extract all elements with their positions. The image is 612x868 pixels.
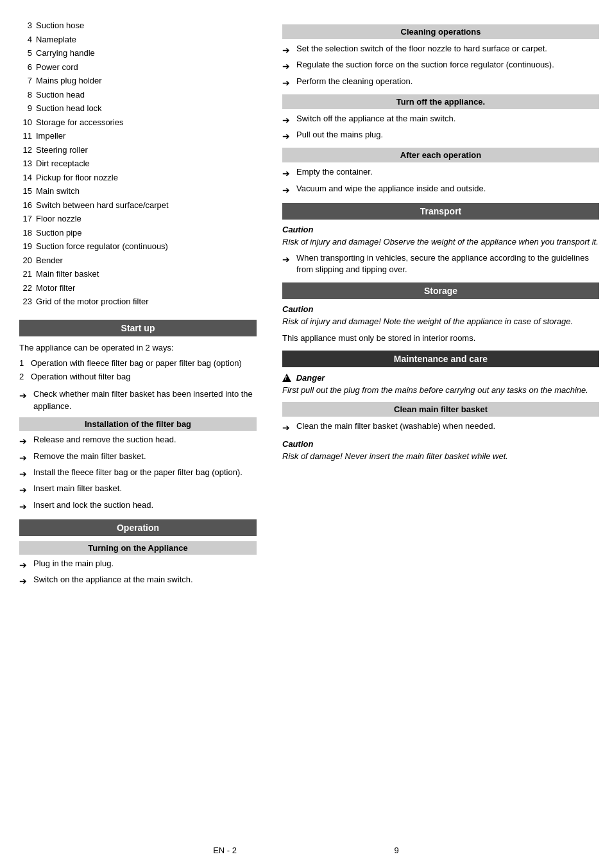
- item-text: Impeller: [36, 130, 65, 143]
- item-text: Dirt receptacle: [36, 157, 90, 170]
- arrow-icon: ➔: [19, 388, 33, 413]
- arrow-icon: ➔: [19, 558, 33, 571]
- item-number: 6: [19, 61, 36, 74]
- list-item: 1Operation with fleece filter bag or pap…: [19, 358, 257, 370]
- filter-bag-list: ➔Release and remove the suction head.➔Re…: [19, 434, 257, 512]
- arrow-icon: ➔: [282, 76, 296, 89]
- item-number: 17: [19, 213, 36, 225]
- item-text: Check whether main filter basket has bee…: [33, 388, 257, 413]
- item-number: 9: [19, 102, 36, 115]
- item-text: Pickup for floor nozzle: [36, 171, 118, 184]
- item-text: Set the selection switch of the floor no…: [296, 43, 547, 56]
- arrow-icon: ➔: [282, 166, 296, 180]
- list-item: 6Power cord: [19, 61, 257, 74]
- list-item: 16Switch between hard surface/carpet: [19, 199, 257, 212]
- item-number: 14: [19, 171, 36, 184]
- storage-para: This appliance must only be stored in in…: [282, 332, 599, 345]
- list-item: 22Motor filter: [19, 282, 257, 295]
- list-item: 12Steering roller: [19, 144, 257, 157]
- arrow-icon: ➔: [282, 43, 296, 56]
- op-text: Operation without filter bag: [31, 371, 130, 383]
- storage-header: Storage: [282, 282, 599, 299]
- item-text: Switch between hard surface/carpet: [36, 199, 169, 212]
- startup-op-list: 1Operation with fleece filter bag or pap…: [19, 358, 257, 383]
- list-item: 13Dirt receptacle: [19, 157, 257, 170]
- arrow-icon: ➔: [282, 252, 296, 277]
- item-number: 19: [19, 240, 36, 253]
- footer-text: EN - 2: [213, 846, 237, 855]
- list-item: 15Main switch: [19, 185, 257, 198]
- arrow-icon: ➔: [282, 183, 296, 196]
- arrow-icon: ➔: [19, 499, 33, 513]
- list-item: ➔Regulate the suction force on the sucti…: [282, 59, 599, 73]
- item-text: Regulate the suction force on the suctio…: [296, 59, 554, 73]
- turn-off-header: Turn off the appliance.: [282, 94, 599, 109]
- item-number: 21: [19, 268, 36, 281]
- list-item: 17Floor nozzle: [19, 213, 257, 225]
- list-item: ➔Set the selection switch of the floor n…: [282, 43, 599, 56]
- turning-on-list: ➔Plug in the main plug.➔Switch on the ap…: [19, 558, 257, 588]
- item-text: Suction head lock: [36, 102, 102, 115]
- danger-text: First pull out the plug from the mains b…: [282, 384, 599, 397]
- arrow-icon: ➔: [19, 574, 33, 587]
- op-text: Operation with fleece filter bag or pape…: [31, 358, 242, 370]
- item-text: Nameplate: [36, 33, 76, 46]
- list-item: 19Suction force regulator (continuous): [19, 240, 257, 253]
- list-item: ➔Perform the cleaning operation.: [282, 76, 599, 89]
- arrow-icon: ➔: [282, 129, 296, 143]
- list-item: 8Suction head: [19, 89, 257, 101]
- arrow-icon: ➔: [282, 113, 296, 126]
- item-text: Switch on the appliance at the main swit…: [33, 574, 193, 587]
- item-text: Suction force regulator (continuous): [36, 240, 168, 253]
- item-text: Mains plug holder: [36, 74, 102, 87]
- item-text: Insert main filter basket.: [33, 483, 122, 496]
- item-text: Plug in the main plug.: [33, 558, 114, 571]
- arrow-icon: ➔: [19, 483, 33, 496]
- startup-arrow-list: ➔Check whether main filter basket has be…: [19, 388, 257, 413]
- list-item: 23Grid of the motor proction filter: [19, 295, 257, 308]
- left-column: 3Suction hose4Nameplate5Carrying handle6…: [0, 13, 269, 849]
- item-number: 20: [19, 254, 36, 267]
- startup-header: Start up: [19, 320, 257, 336]
- item-text: Carrying handle: [36, 47, 95, 60]
- item-text: Release and remove the suction head.: [33, 434, 176, 447]
- transport-list: ➔When transporting in vehicles, secure t…: [282, 252, 599, 277]
- list-item: 9Suction head lock: [19, 102, 257, 115]
- item-text: Empty the container.: [296, 166, 373, 180]
- danger-label: Danger: [282, 372, 599, 383]
- operation-header: Operation: [19, 519, 257, 536]
- startup-intro: The appliance can be operated in 2 ways:: [19, 342, 257, 354]
- op-num: 1: [19, 358, 31, 370]
- item-text: Suction hose: [36, 19, 84, 32]
- right-column: Cleaning operations ➔Set the selection s…: [276, 13, 612, 849]
- list-item: 3Suction hose: [19, 19, 257, 32]
- list-item: 14Pickup for floor nozzle: [19, 171, 257, 184]
- storage-caution-text: Risk of injury and damage! Note the weig…: [282, 315, 599, 328]
- filter-bag-header: Installation of the filter bag: [19, 417, 257, 431]
- list-item: ➔Switch off the appliance at the main sw…: [282, 113, 599, 126]
- clean-filter-caution-label: Caution: [282, 439, 599, 449]
- arrow-icon: ➔: [282, 59, 296, 73]
- clean-filter-list: ➔Clean the main filter basket (washable)…: [282, 421, 599, 434]
- item-number: 8: [19, 89, 36, 101]
- item-text: Perform the cleaning operation.: [296, 76, 412, 89]
- item-number: 3: [19, 19, 36, 32]
- list-item: 7Mains plug holder: [19, 74, 257, 87]
- list-item: ➔Empty the container.: [282, 166, 599, 180]
- turn-off-list: ➔Switch off the appliance at the main sw…: [282, 113, 599, 143]
- turning-on-header: Turning on the Appliance: [19, 541, 257, 555]
- after-each-list: ➔Empty the container.➔Vacuum and wipe th…: [282, 166, 599, 196]
- item-number: 18: [19, 227, 36, 239]
- list-item: ➔Check whether main filter basket has be…: [19, 388, 257, 413]
- cleaning-header: Cleaning operations: [282, 24, 599, 39]
- list-item: 10Storage for accessories: [19, 116, 257, 129]
- arrow-icon: ➔: [19, 467, 33, 480]
- item-text: Main filter basket: [36, 268, 99, 281]
- item-number: 11: [19, 130, 36, 143]
- item-number: 23: [19, 295, 36, 308]
- list-item: ➔When transporting in vehicles, secure t…: [282, 252, 599, 277]
- list-item: 11Impeller: [19, 130, 257, 143]
- item-text: Suction head: [36, 89, 85, 101]
- item-text: Install the fleece filter bag or the pap…: [33, 467, 242, 480]
- list-item: ➔Pull out the mains plug.: [282, 129, 599, 143]
